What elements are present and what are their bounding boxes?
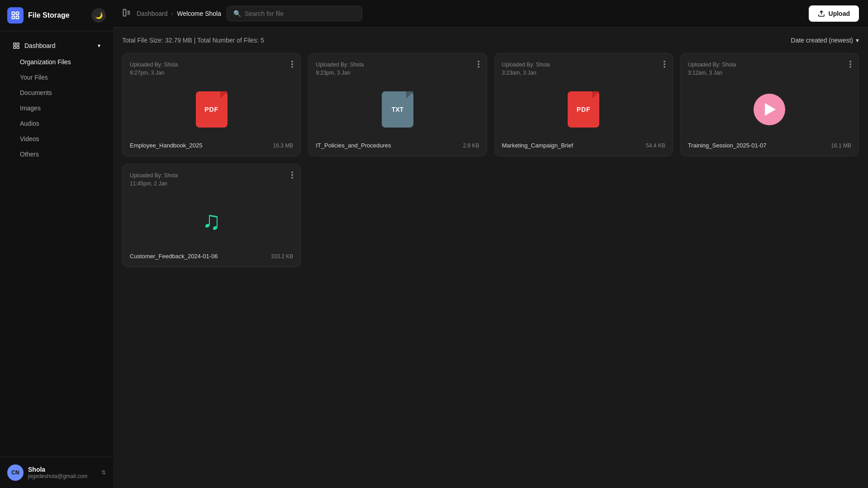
breadcrumb: Dashboard › Welcome Shola (137, 10, 221, 17)
pdf-icon: PDF (196, 91, 228, 128)
file-icon-area (688, 87, 851, 132)
upload-time: 9:23pm, 3 Jan (316, 69, 364, 77)
more-options-button[interactable] (291, 61, 293, 68)
content-header: Total File Size: 32.79 MB | Total Number… (122, 37, 859, 44)
file-stats: Total File Size: 32.79 MB | Total Number… (122, 37, 264, 44)
app-title: File Storage (28, 11, 70, 19)
files-grid-row2: Uploaded By: Shola 11:45pm, 2 Jan ♫ Cust… (122, 164, 859, 267)
file-icon-area: ♫ (130, 198, 293, 243)
sidebar-footer: CN Shola jegedeshola@gmail.com ⇅ (0, 457, 113, 488)
sort-chevron-icon: ▾ (856, 37, 859, 44)
video-play-icon (754, 94, 785, 125)
more-options-button[interactable] (478, 61, 479, 68)
more-options-button[interactable] (291, 171, 293, 179)
theme-toggle-button[interactable]: 🌙 (91, 8, 106, 23)
videos-label: Videos (20, 135, 39, 142)
upload-label: Upload (829, 10, 850, 17)
file-name: Marketing_Campaign_Brief (502, 142, 574, 149)
sidebar-item-videos[interactable]: Videos (4, 132, 109, 146)
more-options-button[interactable] (664, 61, 665, 68)
file-size: 2.8 KB (463, 142, 479, 149)
sidebar-header: File Storage 🌙 (0, 0, 113, 31)
file-card-it-policies[interactable]: Uploaded By: Shola 9:23pm, 3 Jan TXT IT_… (308, 53, 487, 156)
file-card-employee-handbook[interactable]: Uploaded By: Shola 9:27pm, 3 Jan PDF Emp… (122, 53, 301, 156)
svg-rect-6 (14, 46, 16, 48)
sidebar-item-documents[interactable]: Documents (4, 85, 109, 100)
organization-files-label: Organization Files (20, 58, 71, 66)
file-card-header: Uploaded By: Shola 9:23pm, 3 Jan (316, 61, 479, 77)
file-card-footer: Employee_Handbook_2025 16.3 MB (130, 137, 293, 149)
images-label: Images (20, 104, 41, 112)
uploaded-by: Uploaded By: Shola (688, 61, 736, 69)
upload-time: 3:23am, 3 Jan (502, 69, 550, 77)
sort-control[interactable]: Date created (newest) ▾ (791, 37, 859, 44)
user-info: Shola jegedeshola@gmail.com (28, 466, 97, 479)
svg-rect-3 (16, 16, 19, 19)
user-email: jegedeshola@gmail.com (28, 473, 97, 479)
dashboard-label: Dashboard (24, 42, 56, 49)
uploaded-by: Uploaded By: Shola (130, 61, 178, 69)
file-card-footer: Training_Session_2025-01-07 16.1 MB (688, 137, 851, 149)
documents-label: Documents (20, 89, 52, 96)
avatar: CN (7, 464, 24, 481)
upload-time: 9:27pm, 3 Jan (130, 69, 178, 77)
sidebar-item-images[interactable]: Images (4, 101, 109, 115)
file-card-header: Uploaded By: Shola 3:23am, 3 Jan (502, 61, 665, 77)
upload-icon (818, 10, 825, 17)
breadcrumb-current: Welcome Shola (177, 10, 221, 17)
file-name: IT_Policies_and_Procedures (316, 142, 391, 149)
file-meta: Uploaded By: Shola 3:23am, 3 Jan (502, 61, 550, 77)
user-name: Shola (28, 466, 97, 473)
svg-rect-0 (12, 12, 15, 15)
sidebar-item-organization-files[interactable]: Organization Files (4, 55, 109, 69)
sidebar-item-others[interactable]: Others (4, 147, 109, 161)
file-meta: Uploaded By: Shola 3:12am, 3 Jan (688, 61, 736, 77)
sidebar-nav: Dashboard ▾ Organization Files Your File… (0, 31, 113, 457)
play-triangle (765, 103, 776, 116)
file-card-customer-feedback[interactable]: Uploaded By: Shola 11:45pm, 2 Jan ♫ Cust… (122, 164, 301, 267)
file-card-header: Uploaded By: Shola 3:12am, 3 Jan (688, 61, 851, 77)
file-card-training-session[interactable]: Uploaded By: Shola 3:12am, 3 Jan Trainin… (680, 53, 859, 156)
search-icon: 🔍 (233, 10, 241, 17)
your-files-label: Your Files (20, 74, 48, 81)
upload-time: 3:12am, 3 Jan (688, 69, 736, 77)
topbar: Dashboard › Welcome Shola 🔍 Upload (113, 0, 868, 28)
file-icon-area: TXT (316, 87, 479, 132)
files-grid: Uploaded By: Shola 9:27pm, 3 Jan PDF Emp… (122, 53, 859, 156)
file-card-footer: IT_Policies_and_Procedures 2.8 KB (316, 137, 479, 149)
file-meta: Uploaded By: Shola 9:23pm, 3 Jan (316, 61, 364, 77)
app-icon (7, 7, 24, 24)
sidebar-item-dashboard[interactable]: Dashboard ▾ (4, 38, 109, 54)
sort-label: Date created (newest) (791, 37, 853, 44)
file-meta: Uploaded By: Shola 9:27pm, 3 Jan (130, 61, 178, 77)
search-box: 🔍 (227, 6, 362, 21)
uploaded-by: Uploaded By: Shola (316, 61, 364, 69)
file-size: 16.3 MB (273, 142, 294, 149)
upload-button[interactable]: Upload (809, 5, 859, 22)
txt-icon: TXT (382, 91, 413, 128)
file-icon-area: PDF (502, 87, 665, 132)
svg-rect-8 (123, 9, 126, 16)
file-size: 16.1 MB (831, 142, 851, 149)
uploaded-by: Uploaded By: Shola (502, 61, 550, 69)
sidebar-item-audios[interactable]: Audios (4, 116, 109, 131)
file-card-marketing-brief[interactable]: Uploaded By: Shola 3:23am, 3 Jan PDF Mar… (494, 53, 673, 156)
svg-rect-1 (16, 12, 19, 15)
pdf-icon: PDF (568, 91, 599, 128)
upload-time: 11:45pm, 2 Jan (130, 180, 178, 188)
svg-rect-2 (12, 16, 15, 19)
sidebar-item-your-files[interactable]: Your Files (4, 70, 109, 85)
sidebar: File Storage 🌙 Dashboard ▾ Organization … (0, 0, 113, 488)
file-size: 333.2 KB (271, 253, 293, 260)
sidebar-toggle-button[interactable] (122, 8, 131, 19)
file-card-footer: Marketing_Campaign_Brief 54.4 KB (502, 137, 665, 149)
file-card-header: Uploaded By: Shola 11:45pm, 2 Jan (130, 171, 293, 188)
main-content: Dashboard › Welcome Shola 🔍 Upload Total… (113, 0, 868, 488)
more-options-button[interactable] (849, 61, 851, 68)
file-meta: Uploaded By: Shola 11:45pm, 2 Jan (130, 171, 178, 188)
breadcrumb-home[interactable]: Dashboard (137, 10, 168, 17)
file-card-header: Uploaded By: Shola 9:27pm, 3 Jan (130, 61, 293, 77)
expand-icon[interactable]: ⇅ (101, 469, 106, 476)
search-input[interactable] (245, 10, 356, 17)
content-area: Total File Size: 32.79 MB | Total Number… (113, 28, 868, 488)
